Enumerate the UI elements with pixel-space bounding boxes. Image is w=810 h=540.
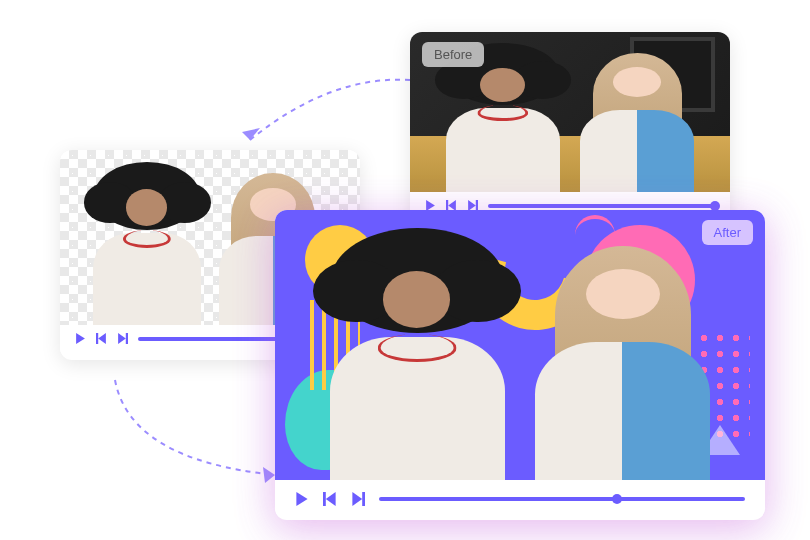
- flow-arrow-before-to-transparent: [230, 70, 420, 160]
- after-progress[interactable]: [379, 497, 745, 501]
- svg-marker-15: [352, 492, 362, 506]
- flow-arrow-transparent-to-after: [100, 370, 290, 490]
- play-icon[interactable]: [75, 333, 86, 344]
- svg-marker-12: [296, 492, 307, 506]
- after-video-card: After: [275, 210, 765, 520]
- svg-marker-7: [76, 333, 85, 344]
- next-icon[interactable]: [117, 333, 128, 344]
- play-icon[interactable]: [295, 492, 309, 506]
- next-icon[interactable]: [351, 492, 365, 506]
- svg-marker-8: [98, 333, 106, 344]
- before-badge: Before: [422, 42, 484, 67]
- before-image: Before: [410, 32, 730, 192]
- svg-marker-13: [326, 492, 336, 506]
- svg-rect-14: [323, 492, 326, 506]
- after-controls: [275, 480, 765, 518]
- after-badge: After: [702, 220, 753, 245]
- svg-rect-16: [362, 492, 365, 506]
- before-progress[interactable]: [488, 204, 715, 208]
- prev-icon[interactable]: [96, 333, 107, 344]
- svg-rect-9: [96, 333, 98, 344]
- before-video-card: Before: [410, 32, 730, 227]
- svg-marker-10: [118, 333, 126, 344]
- prev-icon[interactable]: [323, 492, 337, 506]
- svg-marker-0: [242, 128, 260, 140]
- after-image: After: [275, 210, 765, 480]
- svg-rect-11: [126, 333, 128, 344]
- svg-marker-1: [263, 467, 275, 483]
